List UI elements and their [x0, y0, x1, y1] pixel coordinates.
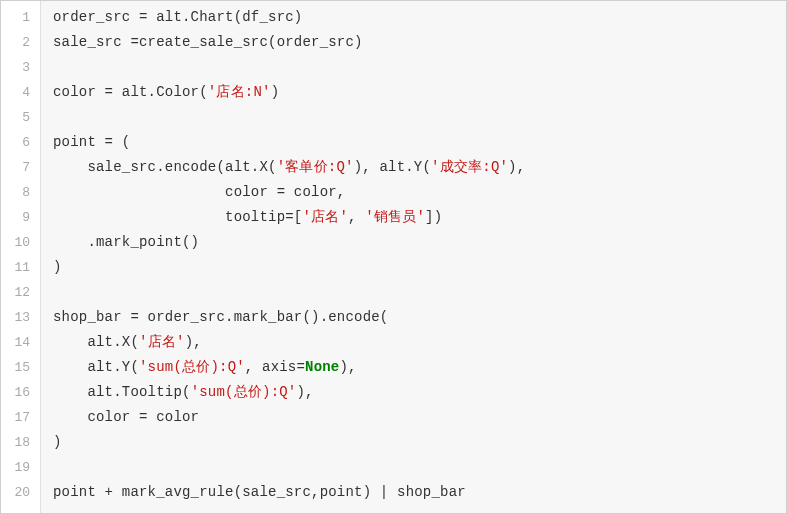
code-token: 'sum(总价):Q': [191, 384, 297, 400]
line-number: 14: [1, 330, 40, 355]
code-token: ),: [508, 159, 525, 175]
line-number: 6: [1, 130, 40, 155]
line-number: 19: [1, 455, 40, 480]
code-line: tooltip=['店名', '销售员']): [53, 205, 786, 230]
code-token: .mark_point(): [53, 234, 199, 250]
code-token: color = alt.Color(: [53, 84, 208, 100]
code-token: None: [305, 359, 339, 375]
code-token: shop_bar = order_src.mark_bar().encode(: [53, 309, 388, 325]
line-number: 1: [1, 5, 40, 30]
code-token: ]): [425, 209, 442, 225]
line-number: 17: [1, 405, 40, 430]
code-token: '成交率:Q': [431, 159, 508, 175]
code-line: [53, 55, 786, 80]
code-token: ,: [348, 209, 365, 225]
code-token: ), alt.Y(: [354, 159, 431, 175]
line-number: 11: [1, 255, 40, 280]
line-number: 12: [1, 280, 40, 305]
code-token: '销售员': [365, 209, 425, 225]
line-number: 10: [1, 230, 40, 255]
code-line: [53, 455, 786, 480]
line-number: 18: [1, 430, 40, 455]
code-line: [53, 105, 786, 130]
line-number: 16: [1, 380, 40, 405]
code-token: sale_src.encode(alt.X(: [53, 159, 277, 175]
line-number-gutter: 1234567891011121314151617181920: [1, 1, 41, 513]
code-line: [53, 280, 786, 305]
code-token: '店名:N': [208, 84, 271, 100]
code-line: color = color: [53, 405, 786, 430]
code-token: order_src = alt.Chart(df_src): [53, 9, 302, 25]
line-number: 20: [1, 480, 40, 505]
line-number: 4: [1, 80, 40, 105]
code-line: ): [53, 255, 786, 280]
code-token: , axis=: [245, 359, 305, 375]
line-number: 7: [1, 155, 40, 180]
code-line: color = alt.Color('店名:N'): [53, 80, 786, 105]
line-number: 5: [1, 105, 40, 130]
code-line: sale_src =create_sale_src(order_src): [53, 30, 786, 55]
line-number: 15: [1, 355, 40, 380]
code-token: alt.Tooltip(: [53, 384, 191, 400]
code-line: alt.X('店名'),: [53, 330, 786, 355]
code-token: 'sum(总价):Q': [139, 359, 245, 375]
code-token: point + mark_avg_rule(sale_src,point) | …: [53, 484, 466, 500]
line-number: 2: [1, 30, 40, 55]
code-line: alt.Tooltip('sum(总价):Q'),: [53, 380, 786, 405]
code-token: tooltip=[: [53, 209, 302, 225]
code-line: alt.Y('sum(总价):Q', axis=None),: [53, 355, 786, 380]
code-token: ): [53, 434, 62, 450]
line-number: 13: [1, 305, 40, 330]
code-line: point + mark_avg_rule(sale_src,point) | …: [53, 480, 786, 505]
line-number: 3: [1, 55, 40, 80]
code-line: point = (: [53, 130, 786, 155]
code-token: '客单价:Q': [277, 159, 354, 175]
code-token: '店名': [139, 334, 185, 350]
code-token: alt.X(: [53, 334, 139, 350]
line-number: 8: [1, 180, 40, 205]
code-token: alt.Y(: [53, 359, 139, 375]
code-token: ),: [185, 334, 202, 350]
code-token: point = (: [53, 134, 130, 150]
code-line: .mark_point(): [53, 230, 786, 255]
code-token: ): [271, 84, 280, 100]
code-block: 1234567891011121314151617181920 order_sr…: [0, 0, 787, 514]
code-line: color = color,: [53, 180, 786, 205]
code-area[interactable]: order_src = alt.Chart(df_src)sale_src =c…: [41, 1, 786, 513]
code-token: '店名': [302, 209, 348, 225]
code-line: sale_src.encode(alt.X('客单价:Q'), alt.Y('成…: [53, 155, 786, 180]
code-line: order_src = alt.Chart(df_src): [53, 5, 786, 30]
code-token: color = color,: [53, 184, 345, 200]
code-line: ): [53, 430, 786, 455]
code-token: ),: [339, 359, 356, 375]
line-number: 9: [1, 205, 40, 230]
code-token: ),: [296, 384, 313, 400]
code-token: color = color: [53, 409, 199, 425]
code-token: sale_src =create_sale_src(order_src): [53, 34, 363, 50]
code-token: ): [53, 259, 62, 275]
code-line: shop_bar = order_src.mark_bar().encode(: [53, 305, 786, 330]
